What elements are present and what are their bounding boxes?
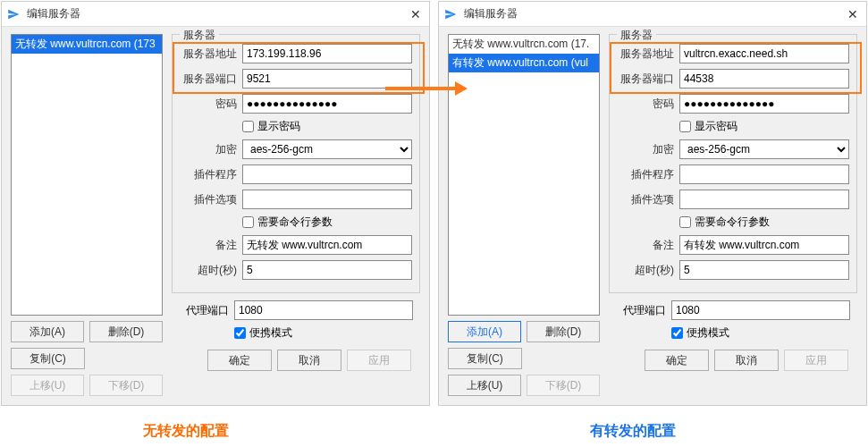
server-listbox[interactable]: 无转发 www.vultrcn.com (173 [11, 34, 163, 316]
server-groupbox: 服务器 服务器地址 服务器端口 密码 显示密码 加密 aes-256-gcm 插… [172, 34, 420, 293]
port-input[interactable] [679, 69, 849, 89]
password-input[interactable] [679, 94, 849, 114]
password-label: 密码 [617, 97, 674, 112]
plugin-label: 插件程序 [180, 167, 237, 182]
show-password-checkbox[interactable] [679, 121, 691, 132]
duplicate-button[interactable]: 复制(C) [11, 348, 85, 369]
encryption-label: 加密 [617, 142, 674, 157]
cancel-button[interactable]: 取消 [277, 350, 341, 371]
ok-button[interactable]: 确定 [207, 350, 272, 371]
encryption-select[interactable]: aes-256-gcm [679, 139, 849, 159]
server-listbox[interactable]: 无转发 www.vultrcn.com (17.有转发 www.vultrcn.… [448, 34, 600, 316]
show-password-checkbox[interactable] [242, 121, 254, 132]
encryption-select[interactable]: aes-256-gcm [242, 139, 412, 159]
app-icon [444, 7, 459, 21]
close-icon[interactable]: ✕ [408, 7, 424, 21]
address-label: 服务器地址 [180, 46, 237, 62]
apply-button[interactable]: 应用 [784, 350, 848, 371]
proxy-port-label: 代理端口 [172, 303, 229, 318]
proxy-port-input[interactable] [671, 300, 850, 320]
apply-button[interactable]: 应用 [347, 350, 411, 371]
show-password-label: 显示密码 [695, 119, 737, 134]
cancel-button[interactable]: 取消 [714, 350, 779, 371]
plugin-input[interactable] [679, 164, 849, 184]
plugin-opts-label: 插件选项 [180, 192, 237, 207]
remark-input[interactable] [679, 235, 849, 255]
address-input[interactable] [679, 44, 849, 63]
add-button[interactable]: 添加(A) [11, 321, 84, 342]
delete-button[interactable]: 删除(D) [527, 321, 600, 342]
need-cmd-checkbox[interactable] [679, 216, 691, 228]
plugin-input[interactable] [242, 164, 412, 184]
group-title: 服务器 [180, 28, 219, 43]
password-input[interactable] [242, 94, 412, 114]
close-icon[interactable]: ✕ [845, 7, 861, 21]
port-label: 服务器端口 [180, 72, 237, 87]
remark-input[interactable] [242, 235, 412, 255]
port-input[interactable] [242, 69, 412, 89]
caption-left: 无转发的配置 [143, 422, 229, 441]
window-title: 编辑服务器 [464, 6, 845, 21]
proxy-port-input[interactable] [234, 300, 413, 320]
caption-right: 有转发的配置 [590, 422, 676, 441]
timeout-label: 超时(秒) [180, 263, 237, 278]
remark-label: 备注 [617, 238, 674, 253]
plugin-label: 插件程序 [617, 167, 674, 182]
proxy-port-label: 代理端口 [609, 303, 666, 318]
portable-label: 便携模式 [249, 325, 292, 341]
list-item[interactable]: 无转发 www.vultrcn.com (173 [12, 35, 162, 54]
password-label: 密码 [180, 97, 237, 112]
need-cmd-label: 需要命令行参数 [695, 215, 770, 230]
move-down-button[interactable]: 下移(D) [89, 375, 163, 396]
titlebar: 编辑服务器 ✕ [2, 2, 429, 27]
need-cmd-label: 需要命令行参数 [257, 215, 333, 230]
portable-label: 便携模式 [687, 325, 729, 341]
plugin-opts-label: 插件选项 [617, 192, 674, 207]
portable-checkbox[interactable] [234, 327, 246, 339]
edit-server-window-left: 编辑服务器 ✕ 无转发 www.vultrcn.com (173 添加(A) 删… [1, 1, 430, 406]
ok-button[interactable]: 确定 [645, 350, 709, 371]
timeout-input[interactable] [242, 260, 412, 280]
move-up-button[interactable]: 上移(U) [448, 375, 521, 396]
list-item[interactable]: 有转发 www.vultrcn.com (vul [449, 54, 599, 72]
edit-server-window-right: 编辑服务器 ✕ 无转发 www.vultrcn.com (17.有转发 www.… [438, 1, 867, 406]
timeout-input[interactable] [679, 260, 849, 280]
move-up-button[interactable]: 上移(U) [11, 375, 84, 396]
remark-label: 备注 [180, 238, 237, 253]
address-label: 服务器地址 [617, 46, 674, 62]
show-password-label: 显示密码 [257, 119, 300, 134]
timeout-label: 超时(秒) [617, 263, 674, 278]
need-cmd-checkbox[interactable] [242, 216, 254, 228]
delete-button[interactable]: 删除(D) [89, 321, 163, 342]
duplicate-button[interactable]: 复制(C) [448, 348, 522, 369]
plugin-opts-input[interactable] [242, 190, 412, 209]
server-groupbox: 服务器 服务器地址 服务器端口 密码 显示密码 加密 aes-256-gcm 插… [609, 34, 857, 293]
list-item[interactable]: 无转发 www.vultrcn.com (17. [449, 35, 599, 54]
add-button[interactable]: 添加(A) [448, 321, 521, 342]
address-input[interactable] [242, 44, 412, 63]
port-label: 服务器端口 [617, 72, 674, 87]
portable-checkbox[interactable] [671, 327, 683, 339]
group-title: 服务器 [617, 28, 656, 43]
titlebar: 编辑服务器 ✕ [439, 2, 866, 27]
window-title: 编辑服务器 [27, 6, 408, 21]
plugin-opts-input[interactable] [679, 190, 849, 209]
encryption-label: 加密 [180, 142, 237, 157]
app-icon [7, 7, 21, 21]
move-down-button[interactable]: 下移(D) [527, 375, 600, 396]
